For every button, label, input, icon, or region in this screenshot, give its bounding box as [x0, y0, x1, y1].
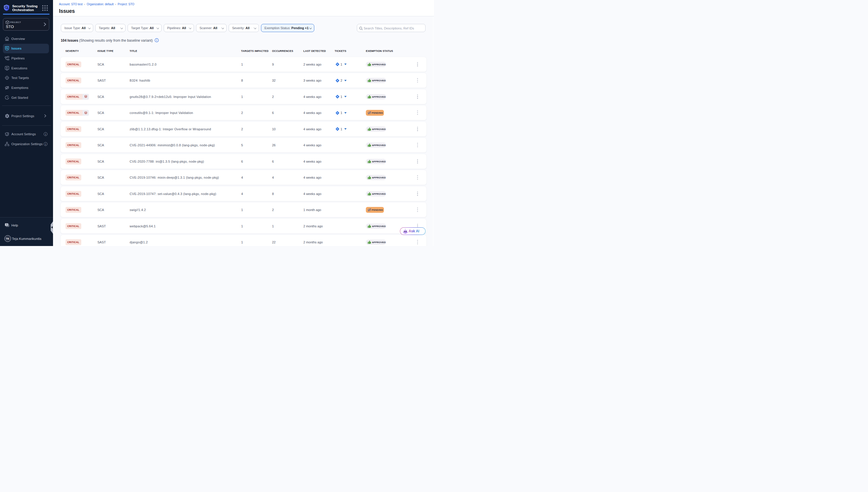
svg-text:?: ?	[6, 224, 7, 226]
